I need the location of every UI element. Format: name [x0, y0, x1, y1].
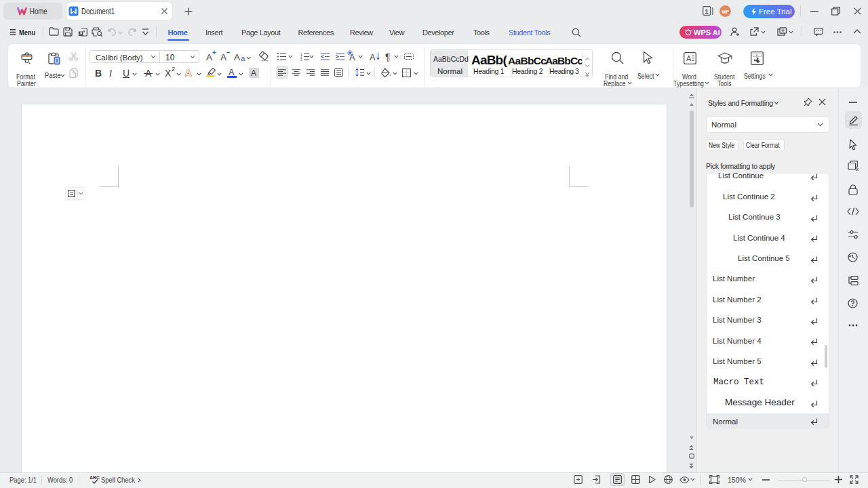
svg-text:A: A [686, 54, 692, 62]
svg-text:1: 1 [705, 7, 709, 15]
svg-text:ABC: ABC [90, 475, 100, 480]
